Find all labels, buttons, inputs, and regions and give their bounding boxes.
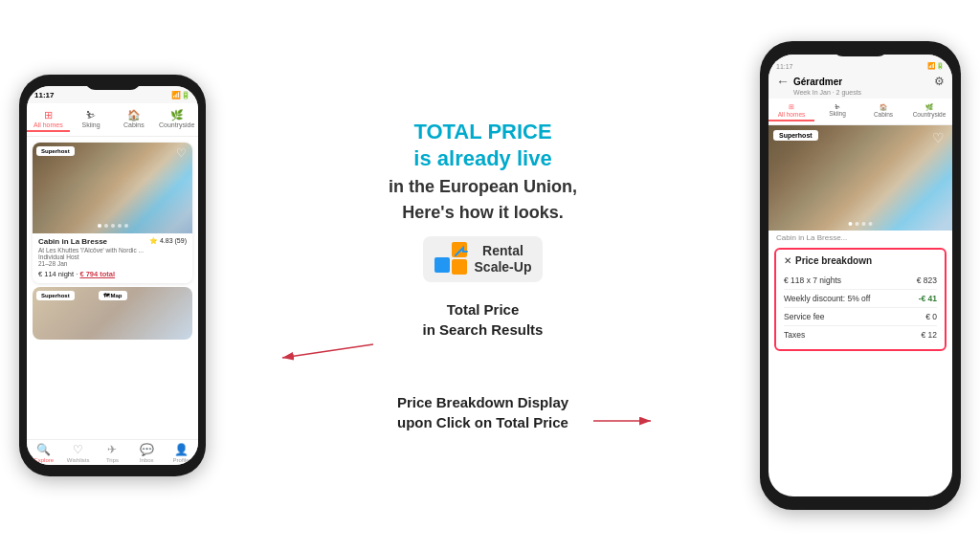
all-homes-icon: ⊞ bbox=[41, 109, 55, 121]
left-listing-price: € 114 night · € 794 total bbox=[38, 270, 187, 278]
left-listing-host: Individual Host bbox=[38, 253, 187, 260]
brand-name-line1: Rental bbox=[475, 243, 532, 259]
trips-icon: ✈ bbox=[107, 443, 117, 456]
right-header: 11:17 📶🔋 ← Gérardmer ⚙ Week In Jan · 2 g… bbox=[768, 55, 952, 99]
left-bottom-wishlists[interactable]: ♡ Wishlists bbox=[61, 443, 96, 463]
right-tab-cabins-label: Cabins bbox=[874, 111, 893, 118]
left-listing-card[interactable]: Superhost ♡ Cabin in La Bresse bbox=[33, 143, 192, 283]
dot-5 bbox=[124, 224, 128, 228]
explore-icon: 🔍 bbox=[36, 443, 51, 456]
left-price-total[interactable]: € 794 total bbox=[79, 270, 115, 278]
right-tab-countryside[interactable]: 🌿 Countryside bbox=[906, 101, 952, 121]
right-listing-inner bbox=[768, 125, 952, 231]
left-tab-countryside[interactable]: 🌿 Countryside bbox=[155, 107, 198, 132]
right-tab-countryside-label: Countryside bbox=[913, 111, 947, 118]
right-header-location-row: ← Gérardmer ⚙ bbox=[776, 74, 945, 89]
pb-title: Price breakdown bbox=[795, 255, 872, 266]
phone-notch-left bbox=[84, 75, 142, 90]
right-tab-all-homes[interactable]: ⊞ All homes bbox=[768, 101, 814, 121]
left-tab-skiing[interactable]: ⛷ Skiing bbox=[70, 107, 113, 132]
right-settings-icon[interactable]: ⚙ bbox=[934, 75, 945, 88]
left-tab-skiing-label: Skiing bbox=[82, 121, 100, 128]
profile-icon: 👤 bbox=[174, 443, 189, 456]
right-tab-cabins[interactable]: 🏠 Cabins bbox=[860, 101, 906, 121]
right-cabins-icon: 🏠 bbox=[880, 103, 887, 111]
right-dot-3 bbox=[862, 222, 866, 226]
map-button[interactable]: 🗺 Map bbox=[99, 291, 127, 300]
right-time: 11:17 bbox=[776, 63, 793, 70]
right-all-homes-icon: ⊞ bbox=[789, 103, 794, 111]
right-listing-title: Cabin in La Bresse... bbox=[768, 231, 952, 244]
wishlists-icon: ♡ bbox=[73, 443, 83, 456]
subtitle-line4: Here's how it looks. bbox=[402, 201, 563, 225]
left-bottom-explore[interactable]: 🔍 Explore bbox=[27, 443, 61, 463]
pb-header: ✕ Price breakdown bbox=[784, 255, 937, 266]
annotation-breakdown-line1: Price Breakdown Display bbox=[397, 392, 568, 412]
svg-rect-0 bbox=[434, 257, 450, 273]
pb-row-taxes-label: Taxes bbox=[784, 330, 805, 340]
left-listing-subtitle: At Les Khuttes 'l'Alcôve' with Nordic ..… bbox=[38, 247, 187, 253]
right-location-subtitle: Week In Jan · 2 guests bbox=[793, 89, 945, 96]
left-status-icons: 📶🔋 bbox=[171, 91, 190, 99]
pb-row-nights-value: € 823 bbox=[917, 276, 937, 285]
left-bottom-profile[interactable]: 👤 Profile bbox=[164, 443, 198, 463]
left-tab-countryside-label: Countryside bbox=[159, 121, 194, 128]
annotation-search: Total Price in Search Results bbox=[423, 299, 544, 340]
annotation-search-line2: in Search Results bbox=[423, 320, 544, 340]
dot-1 bbox=[98, 224, 101, 228]
dot-4 bbox=[118, 224, 122, 228]
right-countryside-icon: 🌿 bbox=[925, 103, 933, 111]
left-phone-screen: 11:17 📶🔋 ⊞ All homes ⛷ Skiing 🏠 Cabins bbox=[27, 86, 198, 465]
right-dot-1 bbox=[849, 222, 853, 226]
left-listing-name: Cabin in La Bresse bbox=[38, 237, 107, 246]
dot-3 bbox=[111, 224, 115, 228]
map-icon: 🗺 bbox=[103, 293, 109, 298]
price-breakdown-box: ✕ Price breakdown € 118 x 7 nights € 823… bbox=[774, 248, 947, 351]
right-tab-skiing-label: Skiing bbox=[829, 110, 846, 117]
annotation-search-text: Total Price in Search Results bbox=[423, 299, 544, 340]
center-content: TOTAL PRICE is already live in the Europ… bbox=[206, 119, 760, 433]
left-time: 11:17 bbox=[34, 91, 54, 99]
brand-name-line2: Scale-Up bbox=[475, 259, 532, 276]
pb-close-button[interactable]: ✕ bbox=[784, 255, 791, 266]
left-tab-cabins[interactable]: 🏠 Cabins bbox=[113, 107, 156, 132]
countryside-icon: 🌿 bbox=[170, 109, 184, 121]
right-phone-frame: 11:17 📶🔋 ← Gérardmer ⚙ Week In Jan · 2 g… bbox=[760, 41, 961, 510]
left-tab-all-homes-label: All homes bbox=[33, 121, 63, 128]
pb-row-nights: € 118 x 7 nights € 823 bbox=[784, 272, 937, 290]
pb-row-discount: Weekly discount: 5% off -€ 41 bbox=[784, 290, 937, 308]
left-superhost-badge: Superhost bbox=[36, 146, 75, 156]
left-heart-icon[interactable]: ♡ bbox=[176, 146, 187, 160]
annotation-breakdown-line2: upon Click on Total Price bbox=[397, 412, 568, 432]
left-bottom-inbox-label: Inbox bbox=[140, 457, 154, 463]
left-nav-tabs: ⊞ All homes ⛷ Skiing 🏠 Cabins 🌿 Countrys… bbox=[27, 103, 198, 137]
pb-row-taxes: Taxes € 12 bbox=[784, 326, 937, 343]
annotation-breakdown: Price Breakdown Display upon Click on To… bbox=[397, 392, 568, 432]
brand-logo-icon bbox=[434, 242, 469, 276]
left-bottom-explore-label: Explore bbox=[34, 457, 54, 463]
total-price-heading-line1: TOTAL PRICE bbox=[413, 119, 551, 146]
left-bottom-wishlists-label: Wishlists bbox=[67, 457, 90, 463]
brand-logo: Rental Scale-Up bbox=[423, 236, 544, 282]
left-tab-cabins-label: Cabins bbox=[123, 121, 145, 128]
pb-row-taxes-value: € 12 bbox=[921, 330, 937, 340]
left-listing-card-2[interactable]: Superhost 🗺 Map bbox=[33, 287, 192, 340]
right-skiing-icon: ⛷ bbox=[835, 103, 841, 110]
right-tab-skiing[interactable]: ⛷ Skiing bbox=[814, 101, 860, 121]
left-bottom-profile-label: Profile bbox=[173, 457, 189, 463]
phone-notch-right bbox=[832, 41, 889, 56]
back-arrow-icon[interactable]: ← bbox=[776, 74, 790, 89]
left-price-night: € 114 night bbox=[38, 270, 74, 278]
right-dot-4 bbox=[869, 222, 873, 226]
left-tab-all-homes[interactable]: ⊞ All homes bbox=[27, 107, 70, 132]
left-superhost-badge-2: Superhost bbox=[36, 291, 75, 300]
right-tab-all-homes-label: All homes bbox=[778, 111, 806, 118]
skiing-icon: ⛷ bbox=[84, 109, 98, 121]
left-bottom-trips[interactable]: ✈ Trips bbox=[96, 443, 130, 463]
right-nav-tabs: ⊞ All homes ⛷ Skiing 🏠 Cabins 🌿 Countrys… bbox=[768, 99, 952, 125]
right-heart-icon[interactable]: ♡ bbox=[932, 130, 945, 145]
pb-row-discount-value: -€ 41 bbox=[919, 294, 937, 303]
svg-rect-1 bbox=[452, 242, 467, 257]
left-bottom-inbox[interactable]: 💬 Inbox bbox=[129, 443, 164, 463]
subtitle-line3: in the European Union, bbox=[389, 175, 577, 199]
